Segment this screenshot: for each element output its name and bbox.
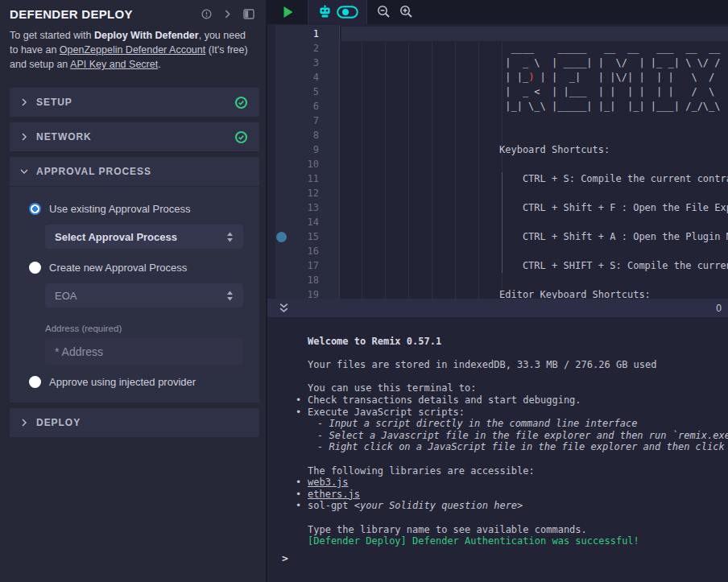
section-label: SETUP <box>36 97 72 108</box>
zoom-in-icon[interactable] <box>396 5 416 19</box>
accordion: SETUP NETWORK APPROVAL PROCESS <box>0 72 266 437</box>
select-arrows-icon <box>226 232 234 242</box>
code-line: CTRL + Shift + A : Open the Plugin Manag… <box>499 229 728 244</box>
terminal-line: Welcome to Remix 0.57.1 <box>267 336 728 348</box>
terminal-line: Type the library name to see available c… <box>267 524 728 536</box>
play-icon <box>282 6 294 19</box>
terminal-line: •ethers.js <box>267 489 728 501</box>
editor-toolbar <box>267 0 728 24</box>
section-network: NETWORK <box>10 122 259 151</box>
address-input[interactable] <box>45 338 243 365</box>
terminal-line: •web3.js <box>267 477 728 489</box>
chevron-right-icon <box>20 419 28 427</box>
panel-header: DEFENDER DEPLOY <box>0 0 266 24</box>
terminal-line: Your files are stored in indexedDB, 33.3… <box>267 359 728 371</box>
terminal-panel: 0 Welcome to Remix 0.57.1Your files are … <box>267 299 728 582</box>
address-label: Address (required) <box>45 324 243 333</box>
panel-layout-icon[interactable] <box>243 9 254 19</box>
radio-use-existing[interactable] <box>29 203 41 215</box>
ai-copilot-group <box>308 0 366 24</box>
terminal-line <box>267 348 728 360</box>
code-line: Keyboard Shortcuts: <box>499 142 610 157</box>
terminal-prompt[interactable]: > <box>282 552 288 564</box>
terminal-library-link[interactable]: web3.js <box>308 477 349 488</box>
bullet: • <box>296 407 301 419</box>
code-line: Editor Keyboard Shortcuts: <box>499 287 651 299</box>
radio-injected-provider[interactable] <box>29 376 41 388</box>
bullet: • <box>296 394 301 407</box>
section-deploy-header[interactable]: DEPLOY <box>10 408 259 437</box>
terminal-header: 0 <box>267 299 728 317</box>
robot-icon[interactable] <box>315 5 334 19</box>
chevron-right-icon <box>20 133 28 141</box>
editor-area: 12345678910111213141516171819 ____ _____… <box>266 0 728 582</box>
chevron-right-icon[interactable] <box>223 10 232 19</box>
terminal-line <box>267 371 728 383</box>
code-line: | |_) | | _| | |\/| | | | \ / <box>499 70 714 85</box>
code-line: CTRL + SHIFT + S: Compile the current co… <box>499 258 728 273</box>
approval-process-select[interactable]: Select Approval Process <box>45 225 243 249</box>
terminal-library-link[interactable]: ethers.js <box>308 489 360 500</box>
zoom-out-icon[interactable] <box>370 5 396 19</box>
code-line: CTRL + S: Compile the current contract <box>499 171 728 186</box>
terminal-line <box>267 453 728 465</box>
approval-form: Use existing Approval Process Select App… <box>10 186 259 402</box>
terminal-line: •sol-gpt <your Solidity question here> <box>267 500 728 512</box>
section-label: APPROVAL PROCESS <box>36 166 151 177</box>
section-deploy: DEPLOY <box>10 408 259 437</box>
defender-deploy-panel: DEFENDER DEPLOY To get started with Depl… <box>0 0 266 582</box>
code-line: |_| \_\ |_____| |_| |_| |___| /_/\_\ <box>499 99 721 114</box>
code-line: | _ \ | ____| | \/ | |_ _| \ \/ / <box>499 56 721 70</box>
transactions-count-badge: 0 <box>716 303 722 314</box>
code-editor[interactable]: 12345678910111213141516171819 ____ _____… <box>267 25 728 299</box>
select-arrows-icon <box>226 291 234 301</box>
terminal-line: - Input a script directly in the command… <box>267 418 728 430</box>
defender-account-link[interactable]: OpenZeppelin Defender Account <box>60 44 205 56</box>
section-setup-header[interactable]: SETUP <box>10 88 259 117</box>
terminal-line: The following libraries are accessible: <box>267 465 728 477</box>
terminal-line: •Check transactions details and start de… <box>267 394 728 407</box>
terminal-line: [Defender Deploy] Defender Authenticatio… <box>267 535 728 547</box>
radio-row-existing: Use existing Approval Process <box>29 203 243 215</box>
copilot-toggle-on-icon[interactable] <box>334 6 360 19</box>
toolbar-divider <box>366 0 367 24</box>
terminal-line: You can use this terminal to: <box>267 382 728 394</box>
info-icon[interactable] <box>201 9 212 19</box>
terminal-collapse-icon[interactable] <box>279 303 289 313</box>
intro-text: To get started with Deploy With Defender… <box>0 24 266 72</box>
terminal-lines: Welcome to Remix 0.57.1Your files are st… <box>267 336 728 547</box>
section-label: DEPLOY <box>36 417 81 428</box>
check-circle-icon <box>234 96 248 109</box>
bullet: • <box>296 500 301 512</box>
chevron-down-icon <box>20 167 28 175</box>
radio-label: Use existing Approval Process <box>49 203 191 215</box>
radio-row-create: Create new Approval Process <box>29 262 243 274</box>
panel-title: DEFENDER DEPLOY <box>10 7 190 21</box>
code-line: CTRL + Shift + F : Open the File Explore… <box>499 200 728 215</box>
bullet: • <box>296 477 301 489</box>
section-approval-process: APPROVAL PROCESS Use existing Approval P… <box>10 157 259 402</box>
approval-type-select[interactable]: EOA <box>45 283 243 308</box>
run-script-button[interactable] <box>267 6 308 19</box>
code-line: ____ _____ __ __ ___ __ __ <box>499 41 726 56</box>
code-line: | _ < | |___ | | | | | | / \ <box>499 85 714 99</box>
terminal-line <box>267 512 728 524</box>
radio-label: Approve using injected provider <box>49 376 196 388</box>
bullet: • <box>296 489 301 501</box>
section-network-header[interactable]: NETWORK <box>10 122 259 151</box>
radio-label: Create new Approval Process <box>49 262 187 274</box>
section-approval-header[interactable]: APPROVAL PROCESS <box>10 157 259 186</box>
chevron-right-icon <box>20 98 28 106</box>
api-key-link[interactable]: API Key and Secret <box>70 59 158 70</box>
editor-code: ____ _____ __ __ ___ __ __ | _ \ | ____|… <box>267 25 728 299</box>
radio-row-injected: Approve using injected provider <box>29 376 243 388</box>
check-circle-icon <box>234 130 248 144</box>
terminal-line: •Execute JavaScript scripts: <box>267 407 728 419</box>
intro-bold: Deploy With Defender <box>94 30 199 41</box>
terminal-line: - Right click on a JavaScript file in th… <box>267 441 728 453</box>
section-setup: SETUP <box>10 88 259 117</box>
radio-create-new[interactable] <box>29 262 41 274</box>
terminal-line: - Select a Javascript file in the file e… <box>267 430 728 442</box>
section-label: NETWORK <box>36 131 92 142</box>
